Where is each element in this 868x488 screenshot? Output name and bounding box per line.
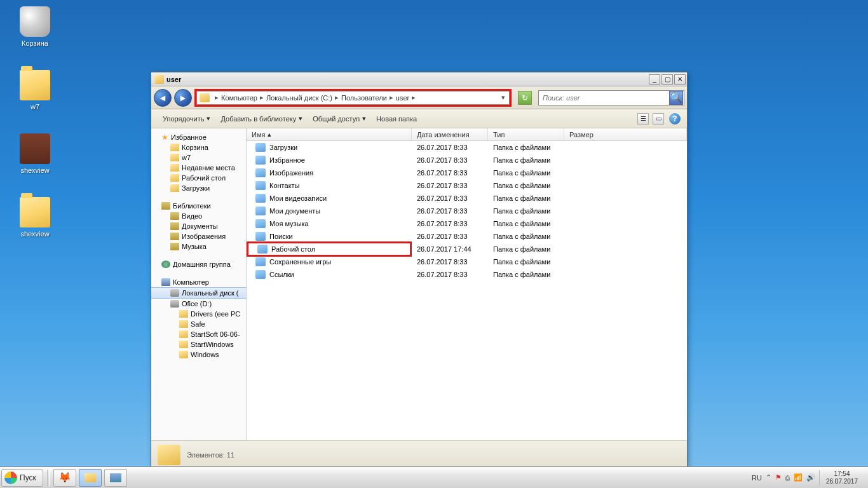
breadcrumb-item[interactable]: user [396,94,409,102]
favorites-group[interactable]: ★Избранное [151,132,246,142]
recycle-bin[interactable]: Корзина [13,6,57,47]
clock[interactable]: 17:54 26.07.2017 [819,470,864,485]
search-box[interactable]: 🔍 [538,90,684,105]
desktop-icon-label: Корзина [22,39,48,47]
homegroup[interactable]: Домашняя группа [151,259,246,269]
chevron-down-icon: ▾ [299,114,302,123]
nav-item[interactable]: Документы [151,221,246,231]
file-row[interactable]: Рабочий стол26.07.2017 17:44Папка с файл… [247,243,687,255]
folder-icon [255,194,266,203]
address-bar[interactable]: ▸ Компьютер ▸ Локальный диск (C:) ▸ Поль… [196,91,510,105]
column-name[interactable]: Имя▴ [247,128,412,140]
navigation-pane: ★Избранное Корзина w7 Недавние места Раб… [151,128,247,440]
file-row[interactable]: Мои документы26.07.2017 8:33Папка с файл… [247,205,687,217]
nav-item[interactable]: Drivers (eee PC [151,309,246,319]
preview-pane-button[interactable]: ▭ [653,113,664,125]
start-button[interactable]: Пуск [1,469,43,487]
computer-group[interactable]: Компьютер [151,277,246,287]
file-row[interactable]: Ссылки26.07.2017 8:33Папка с файлами [247,268,687,281]
folder-icon [170,144,179,151]
file-row[interactable]: Мои видеозаписи26.07.2017 8:33Папка с фа… [247,192,687,205]
nav-item[interactable]: Изображения [151,231,246,241]
file-list[interactable]: Загрузки26.07.2017 8:33Папка с файламиИз… [247,141,687,440]
folder-icon [179,341,188,348]
nav-item[interactable]: Видео [151,211,246,221]
nav-item[interactable]: Музыка [151,241,246,252]
file-row[interactable]: Изображения26.07.2017 8:33Папка с файлам… [247,166,687,179]
new-folder-button[interactable]: Новая папка [371,115,422,123]
action-center-icon[interactable]: ⚑ [775,473,782,482]
library-icon [170,222,179,230]
close-button[interactable]: ✕ [674,74,686,85]
search-button[interactable]: 🔍 [669,91,683,105]
folder-icon [255,143,266,152]
archive-shexview[interactable]: shexview [13,133,57,174]
back-button[interactable]: ◄ [154,89,172,107]
address-bar-highlight: ▸ Компьютер ▸ Локальный диск (C:) ▸ Поль… [194,89,512,107]
help-button[interactable]: ? [669,113,681,125]
file-row[interactable]: Моя музыка26.07.2017 8:33Папка с файлами [247,217,687,230]
file-date: 26.07.2017 8:33 [412,207,488,215]
file-date: 26.07.2017 8:33 [412,182,488,189]
maximize-button[interactable]: ▢ [661,74,673,85]
folder-icon [257,245,268,254]
show-hidden-icons[interactable]: ⌃ [766,473,771,482]
nav-item[interactable]: Загрузки [151,183,246,193]
taskbar-explorer[interactable] [79,469,102,487]
file-row[interactable]: Загрузки26.07.2017 8:33Папка с файлами [247,141,687,154]
taskbar-app[interactable] [104,469,127,487]
forward-button[interactable]: ► [174,89,192,107]
nav-item[interactable]: Рабочий стол [151,173,246,183]
nav-item[interactable]: Ofice (D:) [151,299,246,309]
column-type[interactable]: Тип [488,128,564,140]
share-menu[interactable]: Общий доступ▾ [308,114,371,123]
search-input[interactable] [539,94,669,102]
nav-item-selected[interactable]: Локальный диск ( [151,287,246,299]
nav-item[interactable]: Корзина [151,142,246,152]
chevron-down-icon: ▾ [207,114,210,123]
language-indicator[interactable]: RU [752,474,762,482]
titlebar[interactable]: user _ ▢ ✕ [151,72,687,86]
libraries-group[interactable]: Библиотеки [151,201,246,211]
file-type: Папка с файлами [488,169,564,177]
clock-date: 26.07.2017 [826,478,858,485]
file-name: Мои документы [269,207,320,215]
view-options-button[interactable]: ☰ [637,113,649,125]
nav-item[interactable]: w7 [151,152,246,163]
breadcrumb-item[interactable]: Локальный диск (C:) [266,94,332,102]
file-type: Папка с файлами [488,207,564,215]
breadcrumb-item[interactable]: Пользователи [341,94,387,102]
tray-icon[interactable]: ⎙ [785,474,790,482]
folder-w7[interactable]: w7 [13,70,57,111]
star-icon: ★ [161,133,168,141]
network-icon[interactable]: 📶 [794,473,803,482]
folder-shexview[interactable]: shexview [13,197,57,238]
file-row[interactable]: Контакты26.07.2017 8:33Папка с файлами [247,179,687,192]
nav-item[interactable]: Safe [151,319,246,329]
file-row[interactable]: Избранное26.07.2017 8:33Папка с файлами [247,154,687,166]
file-row[interactable]: Сохраненные игры26.07.2017 8:33Папка с ф… [247,255,687,268]
desktop-icon-label: shexview [20,230,49,238]
column-date[interactable]: Дата изменения [412,128,488,140]
breadcrumb-sep-icon: ▸ [410,93,417,102]
folder-icon [200,93,210,102]
nav-item[interactable]: StartSoft 06-06- [151,329,246,339]
taskbar-firefox[interactable]: 🦊 [53,469,76,487]
nav-item[interactable]: StartWindows [151,339,246,349]
chevron-down-icon[interactable]: ▾ [500,93,506,102]
file-name: Контакты [269,182,300,189]
explorer-window: user _ ▢ ✕ ◄ ► ▸ Компьютер ▸ Локальный д… [151,72,688,469]
refresh-button[interactable]: ↻ [518,91,532,105]
file-type: Папка с файлами [488,156,564,164]
nav-item[interactable]: Недавние места [151,163,246,173]
file-row[interactable]: Поиски26.07.2017 8:33Папка с файлами [247,230,687,243]
column-size[interactable]: Размер [564,128,687,140]
file-type: Папка с файлами [488,245,564,253]
add-to-library-menu[interactable]: Добавить в библиотеку▾ [215,114,308,123]
breadcrumb-item[interactable]: Компьютер [221,94,257,102]
volume-icon[interactable]: 🔊 [806,473,815,482]
minimize-button[interactable]: _ [649,74,660,85]
nav-item[interactable]: Windows [151,349,246,360]
organize-menu[interactable]: Упорядочить▾ [158,114,215,123]
disk-icon [170,300,179,308]
